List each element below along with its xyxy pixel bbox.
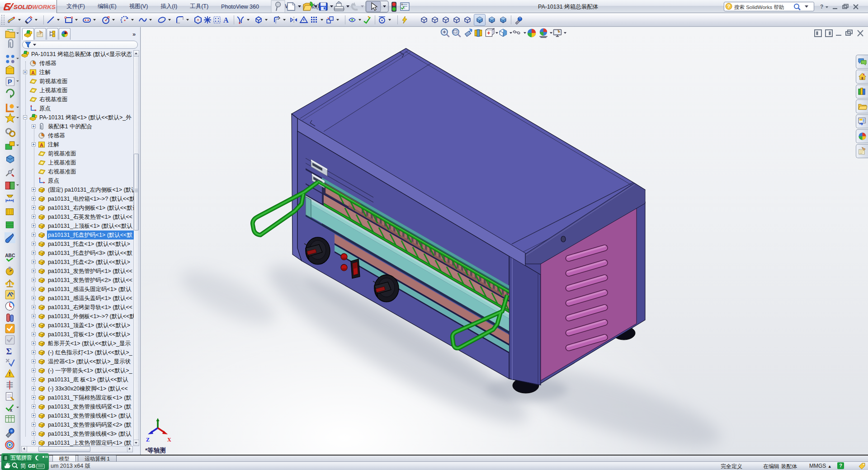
svg-text:简: 简 [20, 463, 26, 469]
svg-text:x: x [9, 408, 12, 413]
svg-text:A: A [223, 16, 229, 24]
svg-text:X: X [167, 437, 171, 443]
svg-text:?: ? [727, 4, 731, 9]
svg-text:GB: GB [28, 463, 36, 469]
svg-text:ABC: ABC [5, 253, 15, 258]
svg-text:SOLIDWORKS: SOLIDWORKS [14, 4, 56, 10]
svg-text:Σ: Σ [6, 347, 12, 356]
svg-text:!: ! [9, 371, 10, 377]
svg-text:Z: Z [146, 437, 150, 443]
svg-text:P: P [8, 78, 12, 85]
svg-text:?: ? [820, 4, 823, 10]
